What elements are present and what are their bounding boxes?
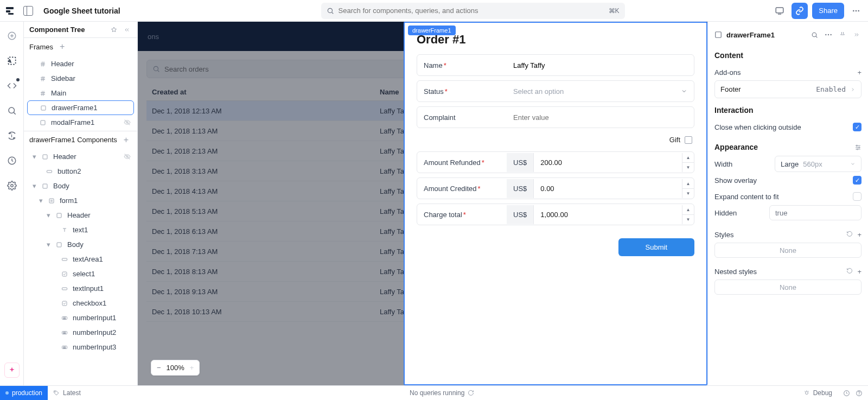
expand-fit-toggle[interactable] bbox=[853, 192, 861, 201]
code-icon[interactable] bbox=[5, 79, 18, 92]
frame-item-modalFrame1[interactable]: modalFrame1 bbox=[27, 115, 134, 130]
version-item[interactable]: Latest bbox=[48, 389, 86, 397]
refunded-stepper[interactable]: ▲▼ bbox=[682, 153, 694, 172]
comp-textArea1[interactable]: textArea1 bbox=[27, 252, 134, 266]
clock-icon[interactable] bbox=[843, 390, 850, 397]
zoom-out-icon[interactable]: − bbox=[157, 364, 161, 372]
add-icon[interactable] bbox=[5, 29, 18, 42]
styles-add-icon[interactable]: + bbox=[857, 231, 861, 239]
comp-numberInput2[interactable]: 12numberInput2 bbox=[27, 325, 134, 340]
addons-row: Add-ons + bbox=[714, 64, 861, 80]
search-icon bbox=[152, 65, 160, 73]
gift-checkbox[interactable] bbox=[685, 136, 692, 144]
width-select[interactable]: Large 560px bbox=[775, 156, 861, 172]
appearance-section: Appearance bbox=[714, 143, 861, 151]
comp-button2[interactable]: button2 bbox=[27, 164, 134, 179]
gift-label: Gift bbox=[669, 136, 680, 144]
visibility-icon[interactable] bbox=[124, 153, 131, 160]
add-component-icon[interactable]: + bbox=[124, 135, 129, 145]
debug-item[interactable]: Debug bbox=[798, 389, 838, 397]
share-button[interactable]: Share bbox=[812, 3, 844, 19]
state-icon[interactable]: i bbox=[5, 129, 18, 142]
svg-rect-45 bbox=[57, 243, 61, 247]
environment-badge[interactable]: production bbox=[0, 386, 48, 400]
charge-stepper[interactable]: ▲▼ bbox=[682, 205, 694, 224]
comp-form-header[interactable]: ▾Header bbox=[27, 208, 134, 223]
collapse-icon[interactable] bbox=[122, 25, 132, 35]
hidden-input[interactable]: true bbox=[769, 205, 861, 220]
svg-line-60 bbox=[815, 36, 816, 37]
link-button[interactable] bbox=[792, 3, 808, 19]
svg-point-63 bbox=[831, 34, 832, 35]
close-outside-label: Close when clicking outside bbox=[714, 123, 801, 131]
global-search-input[interactable] bbox=[339, 7, 604, 15]
status-select[interactable]: Select an option bbox=[507, 83, 694, 100]
comp-text1[interactable]: text1 bbox=[27, 223, 134, 237]
nested-styles-add-icon[interactable]: + bbox=[857, 268, 861, 276]
name-input[interactable] bbox=[513, 61, 687, 69]
submit-button[interactable]: Submit bbox=[618, 238, 694, 256]
frame-label: Header bbox=[51, 60, 74, 68]
charge-input[interactable]: 1,000.00 bbox=[534, 205, 682, 224]
add-frame-icon[interactable]: + bbox=[60, 42, 65, 52]
settings-icon[interactable] bbox=[5, 179, 18, 192]
comp-numberInput3[interactable]: 12numberInput3 bbox=[27, 340, 134, 354]
ai-sparkle-icon[interactable] bbox=[4, 363, 20, 378]
app-logo-icon[interactable] bbox=[4, 5, 15, 16]
close-outside-toggle[interactable]: ✓ bbox=[853, 123, 861, 131]
refresh-icon[interactable] bbox=[468, 390, 474, 396]
svg-line-15 bbox=[14, 112, 15, 114]
refunded-input[interactable]: 200.00 bbox=[534, 153, 682, 172]
addons-add-icon[interactable]: + bbox=[857, 68, 861, 77]
comp-checkbox1[interactable]: checkbox1 bbox=[27, 296, 134, 310]
visibility-icon[interactable] bbox=[124, 119, 131, 126]
comp-form1[interactable]: ▾form1 bbox=[27, 193, 134, 208]
complaint-input[interactable] bbox=[513, 113, 687, 122]
comp-select1[interactable]: select1 bbox=[27, 266, 134, 281]
version-label: Latest bbox=[63, 389, 81, 397]
search-icon bbox=[327, 7, 334, 15]
comp-form-body[interactable]: ▾Body bbox=[27, 237, 134, 252]
inspector-expand-icon[interactable] bbox=[852, 27, 861, 42]
show-overlay-toggle[interactable]: ✓ bbox=[853, 176, 861, 185]
expand-fit-label: Expand content to fit bbox=[714, 193, 779, 201]
help-icon[interactable] bbox=[856, 390, 863, 397]
queries-label: No queries running bbox=[410, 389, 464, 397]
more-menu-icon[interactable] bbox=[848, 3, 864, 18]
credited-stepper[interactable]: ▲▼ bbox=[682, 179, 694, 198]
inspector-pin-icon[interactable] bbox=[838, 27, 847, 42]
frame-item-Header[interactable]: Header bbox=[27, 56, 134, 71]
appearance-settings-icon[interactable] bbox=[854, 144, 861, 151]
comp-numberInput1[interactable]: 12numberInput1 bbox=[27, 310, 134, 325]
zoom-in-icon[interactable]: + bbox=[190, 364, 194, 372]
frame-item-Main[interactable]: Main bbox=[27, 86, 134, 100]
preview-icon[interactable] bbox=[772, 3, 787, 18]
svg-point-8 bbox=[856, 10, 857, 11]
zoom-control[interactable]: − 100% + bbox=[151, 360, 200, 376]
reset-icon[interactable] bbox=[846, 268, 853, 274]
frame-item-drawerFrame1[interactable]: drawerFrame1 bbox=[27, 100, 134, 115]
inspector-search-icon[interactable] bbox=[809, 27, 819, 42]
panel-toggle-icon[interactable] bbox=[21, 3, 36, 18]
content-section: Content bbox=[714, 51, 861, 60]
history-icon[interactable] bbox=[5, 154, 18, 167]
svg-line-74 bbox=[808, 391, 808, 392]
reset-icon[interactable] bbox=[846, 231, 853, 237]
hidden-row: Hidden true bbox=[714, 205, 861, 221]
styles-row: Styles + bbox=[714, 226, 861, 243]
credited-input[interactable]: 0.00 bbox=[534, 179, 682, 198]
comp-header[interactable]: ▾Header bbox=[27, 149, 134, 164]
table-header[interactable]: Created at bbox=[146, 84, 374, 101]
comp-body[interactable]: ▾Body bbox=[27, 179, 134, 193]
components-icon[interactable] bbox=[5, 54, 18, 67]
search-rail-icon[interactable] bbox=[5, 104, 18, 117]
svg-rect-37 bbox=[47, 170, 52, 173]
frame-icon bbox=[39, 90, 47, 97]
frame-item-Sidebar[interactable]: Sidebar bbox=[27, 71, 134, 86]
comp-textInput1[interactable]: textInput1 bbox=[27, 281, 134, 296]
drawer-frame[interactable]: drawerFrame1 Order #1 Name* Status* Sele… bbox=[404, 22, 707, 385]
global-search[interactable]: ⌘K bbox=[321, 3, 625, 19]
pin-icon[interactable] bbox=[109, 25, 119, 35]
footer-addon[interactable]: Footer Enabled bbox=[714, 80, 861, 98]
inspector-more-icon[interactable] bbox=[824, 27, 833, 42]
